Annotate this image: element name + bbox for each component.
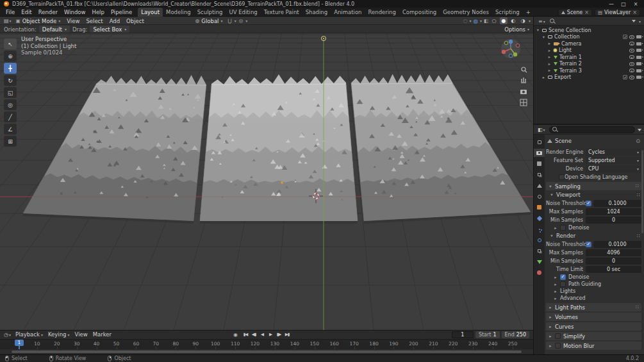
- shading-rendered-button[interactable]: ◑: [519, 17, 527, 24]
- panel-menu-icon[interactable]: ∷: [636, 183, 639, 189]
- hide-in-viewport-icon[interactable]: [629, 42, 634, 45]
- disable-in-renders-icon[interactable]: [636, 49, 641, 52]
- panel-header-denoise[interactable]: ▸Denoise: [546, 224, 641, 231]
- panel-header-light-paths[interactable]: ▸Light Paths∷: [546, 303, 641, 311]
- exclude-checkbox[interactable]: [623, 35, 627, 39]
- disable-in-renders-icon[interactable]: [636, 62, 641, 65]
- hide-in-viewport-icon[interactable]: [629, 69, 634, 72]
- outliner-row-light[interactable]: ▸Light: [534, 47, 644, 54]
- outliner-row-export[interactable]: ▸Export: [534, 74, 644, 81]
- feature-set-field[interactable]: Supported▾: [586, 157, 641, 164]
- physics-tab[interactable]: [534, 236, 545, 244]
- outliner-row-scene-collection[interactable]: ▾Scene Collection: [534, 27, 644, 34]
- editor-type-button[interactable]: ▤ ▾: [3, 18, 13, 24]
- mode-selector[interactable]: ▣ Object Mode ▾: [13, 18, 63, 24]
- overlays-chevron-icon[interactable]: ▾: [480, 19, 482, 23]
- hide-in-viewport-icon[interactable]: [629, 49, 634, 53]
- workspace-tab-layout[interactable]: Layout: [138, 8, 163, 17]
- render-engine-field[interactable]: Cycles▾: [586, 149, 641, 156]
- viewport-menu-select[interactable]: Select: [83, 18, 106, 24]
- transform-tool-button[interactable]: ◎: [4, 99, 17, 110]
- noise-threshold-field[interactable]: 0.1000: [593, 200, 641, 207]
- timeline-ruler[interactable]: 1102030405060708090100110120130140150160…: [0, 339, 533, 349]
- properties-filter-icon[interactable]: [638, 129, 641, 131]
- outliner-row-terrain-3[interactable]: ▸Terrain 3: [534, 67, 644, 74]
- tool-tab[interactable]: [534, 138, 545, 146]
- unlink-scene-icon[interactable]: ×: [584, 10, 589, 15]
- time-limit-field[interactable]: 0 sec: [586, 266, 641, 273]
- disclosure-arrow-icon[interactable]: ▸: [547, 41, 552, 46]
- min-samples-field[interactable]: 0: [586, 217, 641, 224]
- 3d-viewport[interactable]: User Perspective(1) Collection | LightSa…: [0, 33, 533, 330]
- viewport-menu-object[interactable]: Object: [123, 18, 147, 24]
- filter-chevron-icon[interactable]: ▾: [639, 19, 641, 24]
- panel-header-viewport[interactable]: ▾Viewport∷: [546, 191, 641, 199]
- panel-header-volumes[interactable]: ▸Volumes: [546, 313, 641, 321]
- disable-in-renders-icon[interactable]: [636, 56, 641, 59]
- current-frame-field[interactable]: 1: [452, 331, 474, 338]
- disclosure-arrow-icon[interactable]: ▾: [541, 35, 546, 40]
- checkbox[interactable]: [555, 343, 561, 349]
- jump-to-start-button[interactable]: ▮◀: [242, 331, 249, 338]
- panel-menu-icon[interactable]: ∷: [637, 192, 640, 198]
- frame-end-field[interactable]: End 250: [502, 331, 529, 338]
- show-gizmo-icon[interactable]: ◌: [463, 18, 468, 24]
- hide-in-viewport-icon[interactable]: [629, 62, 634, 66]
- workspace-tab-sculpting[interactable]: Sculpting: [194, 8, 226, 17]
- hide-in-viewport-icon[interactable]: [629, 55, 634, 59]
- properties-editor-type-button[interactable]: ◧ ▾: [536, 127, 547, 133]
- outliner-row-terrain-2[interactable]: ▸Terrain 2: [534, 61, 644, 68]
- device-field[interactable]: CPU▾: [586, 165, 641, 172]
- shading-wireframe-button[interactable]: ○: [490, 17, 498, 24]
- show-overlays-icon[interactable]: ◍: [473, 18, 477, 24]
- measure-tool-button[interactable]: ∠: [4, 124, 17, 135]
- transform-orientation-selector[interactable]: ◍ Global ▾: [193, 18, 226, 24]
- shading-material-button[interactable]: ◐: [509, 17, 517, 24]
- properties-scrollbar[interactable]: [641, 150, 643, 233]
- world-tab[interactable]: [534, 192, 545, 201]
- hide-in-viewport-icon[interactable]: [629, 76, 634, 79]
- snap-magnet-icon[interactable]: ⋃: [227, 18, 231, 24]
- disclosure-arrow-icon[interactable]: ▸: [547, 48, 552, 53]
- blender-logo-icon[interactable]: [4, 1, 9, 6]
- panel-header-simplify[interactable]: ▸Simplify: [546, 332, 641, 340]
- shading-solid-button[interactable]: ●: [500, 17, 508, 24]
- timeline-scrollbar[interactable]: [0, 349, 533, 354]
- close-button[interactable]: ×: [631, 1, 640, 7]
- menu-window[interactable]: Window: [61, 9, 89, 15]
- timeline-menu-marker[interactable]: Marker: [90, 331, 114, 338]
- menu-render[interactable]: Render: [35, 9, 61, 15]
- disclosure-arrow-icon[interactable]: ▸: [541, 75, 546, 80]
- disclosure-arrow-icon[interactable]: ▸: [547, 54, 552, 60]
- jump-to-end-button[interactable]: ▶▮: [283, 331, 291, 338]
- menu-help[interactable]: Help: [88, 9, 107, 15]
- workspace-tab-scripting[interactable]: Scripting: [492, 8, 523, 17]
- proportional-editing-icon[interactable]: ◎: [239, 18, 244, 24]
- menu-file[interactable]: File: [3, 9, 18, 15]
- panel-header-lights[interactable]: ▸Lights: [546, 288, 641, 295]
- cursor-tool-button[interactable]: ⊕: [4, 51, 17, 62]
- snap-options-chevron-icon[interactable]: ▾: [235, 19, 236, 23]
- workspace-tab-texture-paint[interactable]: Texture Paint: [261, 8, 302, 17]
- timeline-scroll-thumb[interactable]: [12, 350, 522, 353]
- play-button[interactable]: ▶: [267, 331, 274, 338]
- disable-in-renders-icon[interactable]: [636, 76, 641, 79]
- panel-menu-icon[interactable]: ∷: [637, 233, 640, 239]
- pin-icon[interactable]: ⊙: [636, 138, 640, 144]
- timeline-menu-keying[interactable]: Keying▾: [45, 331, 72, 338]
- move-tool-button[interactable]: ╋: [4, 63, 17, 74]
- scene-selector[interactable]: Scene ×: [558, 9, 592, 16]
- disclosure-arrow-icon[interactable]: ▸: [547, 62, 552, 67]
- menu-pipeline[interactable]: Pipeline: [108, 9, 135, 15]
- exclude-checkbox[interactable]: [623, 75, 627, 79]
- add-cube-tool-button[interactable]: ⊞: [4, 136, 17, 147]
- search-icon[interactable]: [550, 19, 556, 24]
- timeline-menu-playback[interactable]: Playback▾: [13, 331, 45, 338]
- workspace-tab-uv-editing[interactable]: UV Editing: [226, 8, 260, 17]
- view-layer-tab[interactable]: [534, 170, 545, 179]
- timeline-editor-type-button[interactable]: ◷ ▾: [3, 332, 12, 338]
- workspace-tab-rendering[interactable]: Rendering: [365, 8, 399, 17]
- shading-chevron-icon[interactable]: ▾: [529, 19, 531, 23]
- outliner-row-collection[interactable]: ▾Collection: [534, 34, 644, 41]
- workspace-tab-shading[interactable]: Shading: [302, 8, 331, 17]
